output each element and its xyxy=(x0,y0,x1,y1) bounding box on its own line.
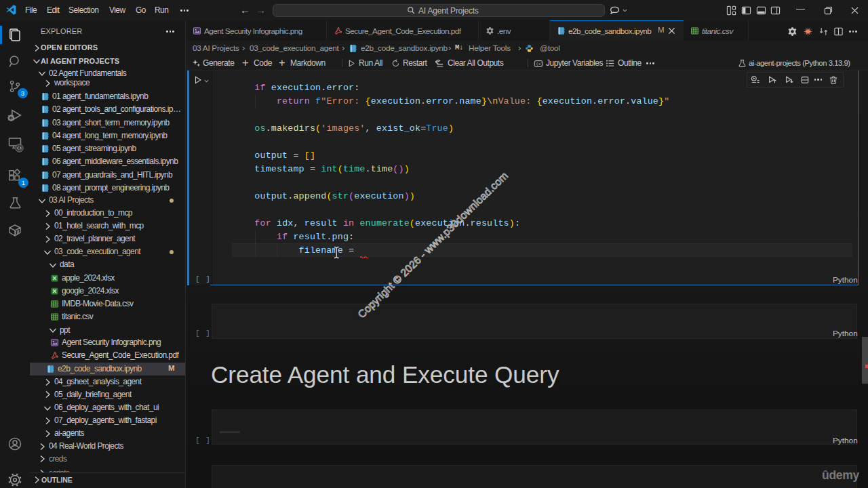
svg-text:(x): (x) xyxy=(536,62,543,66)
